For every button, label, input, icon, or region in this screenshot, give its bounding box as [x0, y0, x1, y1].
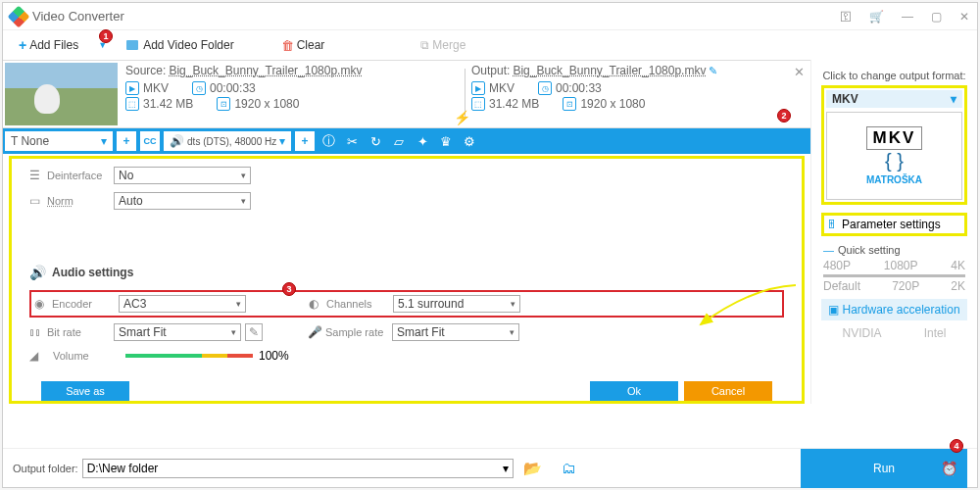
cancel-button[interactable]: Cancel — [684, 381, 772, 401]
hardware-accel-button[interactable]: ▣ Hardware acceleration — [821, 299, 967, 320]
add-audio-button[interactable]: + — [295, 131, 315, 151]
volume-slider[interactable] — [125, 354, 253, 358]
schedule-icon[interactable]: ⏰ — [941, 461, 957, 476]
merge-icon: ⧉ — [420, 38, 429, 52]
speaker-gear-icon: 🔊 — [29, 265, 46, 280]
bitrate-select[interactable]: Smart Fit▾ — [114, 323, 241, 341]
res-icon: ⊡ — [217, 97, 230, 111]
clear-button[interactable]: 🗑Clear — [275, 36, 331, 55]
encoder-channels-highlight: 3 ◉EncoderAC3▾ ◐Channels5.1 surround▾ — [29, 290, 784, 318]
audio-section-header: 🔊Audio settings — [29, 265, 784, 280]
source-meta: Source: Big_Buck_Bunny_Trailer_1080p.mkv… — [120, 61, 465, 127]
title-bar: Video Converter ⚿ 🛒 — ▢ ✕ — [3, 3, 977, 30]
app-window: Video Converter ⚿ 🛒 — ▢ ✕ 1 +Add Files ▼… — [2, 2, 978, 488]
info-icon[interactable]: ⓘ — [317, 132, 340, 150]
watermark-icon[interactable]: ♛ — [434, 134, 458, 149]
size-icon: ⬚ — [125, 97, 139, 111]
file-row: Source: Big_Buck_Bunny_Trailer_1080p.mkv… — [3, 60, 810, 128]
norm-select[interactable]: Auto▾ — [114, 192, 251, 210]
edit-toolbar: T None▾ + CC 🔊 dts (DTS), 48000 Hz▾ + ⓘ … — [3, 128, 810, 154]
sliders-icon: 🎚 — [826, 218, 838, 231]
cart-icon[interactable]: 🛒 — [869, 10, 884, 24]
step-badge-4: 4 — [950, 439, 963, 453]
format-preview[interactable]: MKV { } MATROŠKA — [826, 112, 962, 200]
output-meta: Output: Big_Buck_Bunny_Trailer_1080p.mkv… — [466, 61, 810, 127]
ok-button[interactable]: Ok — [590, 381, 678, 401]
app-title: Video Converter — [32, 9, 124, 24]
video-thumbnail[interactable] — [5, 63, 118, 125]
bolt-icon: ⚡ — [454, 110, 470, 125]
format-dropdown[interactable]: MKV▾ — [826, 90, 962, 108]
effect-icon[interactable]: ✦ — [411, 134, 434, 149]
right-sidebar: Click to change output format: 2 MKV▾ MK… — [810, 60, 977, 404]
key-icon[interactable]: ⚿ — [840, 10, 852, 24]
maximize-button[interactable]: ▢ — [931, 10, 942, 24]
quick-setting-label: Quick setting — [823, 244, 965, 256]
cc-button[interactable]: CC — [140, 131, 160, 151]
app-logo-icon — [8, 5, 30, 27]
remove-file-button[interactable]: ✕ — [794, 65, 805, 79]
subtitle-select[interactable]: T None▾ — [5, 131, 113, 151]
cut-icon[interactable]: ✂ — [340, 134, 364, 149]
folder-icon — [126, 40, 138, 50]
folder-location-icon[interactable]: 🗂 — [562, 460, 576, 476]
crop-icon[interactable]: ▱ — [387, 134, 411, 149]
chip-icon: ▣ — [828, 303, 839, 317]
rename-icon[interactable]: ✎ — [709, 65, 717, 76]
main-toolbar: 1 +Add Files ▼ Add Video Folder 🗑Clear ⧉… — [3, 30, 977, 60]
clock-icon: ◷ — [192, 81, 206, 95]
intel-label: Intel — [924, 326, 947, 340]
merge-button[interactable]: ⧉Merge — [415, 36, 471, 54]
run-button[interactable]: 4 Run ⏰ — [801, 449, 967, 488]
encoder-select[interactable]: AC3▾ — [119, 295, 246, 313]
nvidia-label: NVIDIA — [843, 326, 882, 340]
bitrate-edit-button[interactable]: ✎ — [245, 323, 263, 341]
samplerate-select[interactable]: Smart Fit▾ — [392, 323, 519, 341]
deinterlace-select[interactable]: No▾ — [114, 167, 251, 184]
rotate-icon[interactable]: ↻ — [364, 134, 387, 149]
output-folder-label: Output folder: — [13, 463, 78, 474]
bottom-bar: Output folder: D:\New folder▾ 📂 🗂 4 Run … — [3, 448, 977, 487]
audio-track-select[interactable]: 🔊 dts (DTS), 48000 Hz▾ — [164, 131, 291, 151]
open-folder-icon[interactable]: 📂 — [523, 460, 542, 477]
step-badge-2: 2 — [777, 109, 791, 122]
channels-select[interactable]: 5.1 surround▾ — [393, 295, 520, 313]
close-button[interactable]: ✕ — [959, 10, 969, 24]
minimize-button[interactable]: — — [902, 10, 913, 24]
parameter-panel: ☰DeinterfaceNo▾ ▭NormAuto▾ 🔊Audio settin… — [9, 156, 805, 404]
settings-icon[interactable]: ⚙ — [458, 134, 481, 149]
step-badge-1: 1 — [99, 29, 113, 43]
step-badge-3: 3 — [282, 282, 296, 296]
output-folder-input[interactable]: D:\New folder▾ — [82, 459, 514, 478]
format-icon: ▶ — [125, 81, 139, 95]
add-folder-button[interactable]: Add Video Folder — [121, 36, 240, 54]
format-header: Click to change output format: — [817, 70, 971, 81]
trash-icon: 🗑 — [281, 38, 294, 53]
quick-setting-slider[interactable] — [823, 274, 965, 277]
add-files-button[interactable]: +Add Files — [13, 35, 84, 55]
parameter-settings-button[interactable]: 🎚Parameter settings — [821, 213, 967, 236]
add-subtitle-button[interactable]: + — [117, 131, 136, 151]
save-as-button[interactable]: Save as — [41, 381, 129, 401]
